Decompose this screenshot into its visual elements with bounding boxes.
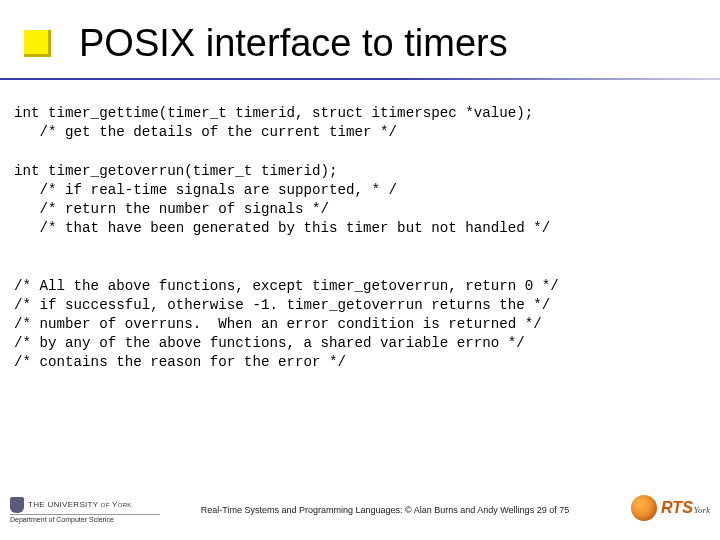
rts-text: RTS (661, 499, 693, 516)
title-bullet-icon (24, 30, 51, 57)
rts-logo: RTSYork (610, 495, 710, 525)
footer-caption: Real-Time Systems and Programming Langua… (160, 505, 610, 515)
code-block: int timer_gettime(timer_t timerid, struc… (14, 104, 706, 372)
university-logo: THE UNIVERSITY of York Department of Com… (10, 497, 160, 524)
shield-icon (10, 497, 24, 513)
slide: POSIX interface to timers int timer_gett… (0, 0, 720, 540)
university-name: THE UNIVERSITY of York (28, 500, 132, 509)
footer: THE UNIVERSITY of York Department of Com… (10, 486, 710, 534)
department-name: Department of Computer Science (10, 516, 160, 524)
globe-icon (631, 495, 657, 521)
title-row: POSIX interface to timers (24, 8, 696, 78)
title-underline (0, 78, 720, 80)
slide-title: POSIX interface to timers (79, 22, 508, 65)
rts-sub: York (694, 505, 710, 515)
